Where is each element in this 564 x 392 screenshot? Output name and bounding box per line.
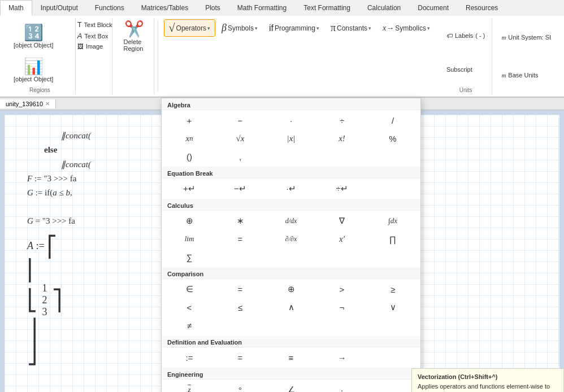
op-integral[interactable]: ∫dx: [367, 212, 418, 230]
op-div-break[interactable]: ÷↵: [316, 180, 367, 198]
op-slash[interactable]: /: [367, 111, 418, 129]
op-gte[interactable]: ≥: [367, 280, 418, 298]
image-icon: 🖼: [77, 43, 84, 50]
op-dot-eng[interactable]: ·: [316, 381, 367, 392]
text-block-button[interactable]: T Text Block: [75, 19, 115, 30]
tab-matrices-tables[interactable]: Matrices/Tables: [133, 0, 197, 16]
symbolics-button[interactable]: x→ Symbolics ▾: [378, 21, 435, 35]
op-product[interactable]: ∏: [367, 230, 418, 248]
op-or[interactable]: ∨: [367, 298, 418, 316]
doc-tab[interactable]: unity_139610 ✕: [0, 99, 56, 108]
symbolics-dropdown-arrow: ▾: [427, 25, 430, 31]
unit-system-dropdown[interactable]: m Unit System: SI: [499, 33, 553, 42]
symbolics-icon: x→: [383, 24, 394, 33]
op-oplus[interactable]: ⊕: [164, 212, 215, 230]
delete-region-label: Delete Region: [124, 38, 145, 52]
op-lte[interactable]: ≤: [215, 298, 266, 316]
op-power[interactable]: xn: [164, 129, 215, 147]
labels-group: 🏷 Labels ( - ) Subscript Units: [440, 18, 492, 94]
op-eval[interactable]: =: [215, 349, 266, 367]
tab-math-formatting[interactable]: Math Formatting: [229, 0, 295, 16]
op-not[interactable]: ¬: [316, 298, 367, 316]
op-neq[interactable]: ≠: [164, 316, 215, 334]
op-eq-calc[interactable]: =: [215, 230, 266, 248]
chart-component-button[interactable]: 📊 [object Object]: [9, 53, 58, 86]
tab-document[interactable]: Document: [409, 0, 457, 16]
op-break-empty: [367, 180, 418, 198]
op-lim[interactable]: lim: [164, 230, 215, 248]
tab-input-output[interactable]: Input/Output: [32, 0, 86, 16]
operators-row: √ Operators ▾ β Symbols ▾ if Programming…: [162, 18, 437, 38]
op-and[interactable]: ∧: [266, 298, 316, 316]
tab-functions[interactable]: Functions: [86, 0, 133, 16]
op-percent[interactable]: %: [367, 129, 418, 147]
op-dot[interactable]: ·: [266, 111, 316, 129]
beta-icon: β: [222, 22, 227, 34]
op-empty-c3: [316, 248, 367, 266]
op-plus-break[interactable]: +↵: [164, 180, 215, 198]
op-partial[interactable]: ∂/∂x: [266, 230, 316, 248]
labels-label: Labels: [455, 32, 473, 39]
subscript-button[interactable]: Subscript: [444, 65, 475, 74]
op-prime[interactable]: x′: [316, 230, 367, 248]
programming-button[interactable]: if Programming ▾: [264, 21, 324, 36]
math-g1: G := if(a ≤ b,: [27, 188, 72, 197]
op-overbar[interactable]: z: [164, 381, 215, 392]
operators-dropdown-arrow: ▾: [207, 25, 210, 31]
chart-icon: 📊: [24, 57, 44, 76]
tooltip-description: Applies operators and functions element-…: [418, 382, 558, 392]
op-eq-comp[interactable]: =: [215, 280, 266, 298]
op-minus[interactable]: −: [215, 111, 266, 129]
op-comma[interactable]: ,: [215, 147, 266, 165]
delete-region-button[interactable]: ✂️ Delete Region: [119, 19, 149, 52]
math-matrix: A := ⎡⎢⎣ 1 2 3 ⎤⎥⎦: [27, 240, 62, 358]
op-empty-def: [367, 349, 418, 367]
op-derivative[interactable]: d/dx: [266, 212, 316, 230]
tab-resources[interactable]: Resources: [457, 0, 506, 16]
tab-text-formatting[interactable]: Text Formatting: [295, 0, 359, 16]
op-in[interactable]: ∈: [164, 280, 215, 298]
definition-grid: := = ≡ →: [162, 347, 420, 368]
operators-button[interactable]: √ Operators ▾: [164, 19, 215, 37]
delete-icon: ✂️: [124, 20, 144, 38]
constants-dropdown-arrow: ▾: [368, 25, 371, 31]
unit-system-icon: m: [501, 34, 506, 41]
constants-button[interactable]: π Constants ▾: [326, 20, 376, 36]
op-angle[interactable]: ∠: [266, 381, 316, 392]
labels-dropdown[interactable]: 🏷 Labels ( - ): [444, 31, 488, 40]
doc-tab-close[interactable]: ✕: [45, 101, 50, 107]
image-button[interactable]: 🖼 Image: [75, 42, 115, 51]
op-lt[interactable]: <: [164, 298, 215, 316]
tab-calculation[interactable]: Calculation: [359, 0, 409, 16]
op-define[interactable]: :=: [164, 349, 215, 367]
solve-block-button[interactable]: 🔢 [object Object]: [9, 19, 58, 52]
text-image-btns: T Text Block A Text Box 🖼 Image: [75, 19, 115, 51]
op-empty-eng: [367, 381, 418, 392]
op-oplus-comp[interactable]: ⊕: [266, 280, 316, 298]
op-gt[interactable]: >: [316, 280, 367, 298]
equation-break-grid: +↵ −↵ ·↵ ÷↵: [162, 178, 420, 199]
op-sum[interactable]: ∑: [164, 248, 215, 266]
op-star[interactable]: ∗: [215, 212, 266, 230]
op-plus[interactable]: +: [164, 111, 215, 129]
op-dot-break[interactable]: ·↵: [266, 180, 316, 198]
text-box-icon: A: [77, 32, 83, 40]
solve-chart-btns: 🔢 [object Object] 📊 [object Object]: [9, 19, 71, 86]
op-factorial[interactable]: x!: [316, 129, 367, 147]
op-equiv[interactable]: ≡: [266, 349, 316, 367]
op-parens[interactable]: (): [164, 147, 215, 165]
op-nabla[interactable]: ∇: [316, 212, 367, 230]
section-engineering: Engineering: [162, 368, 420, 380]
op-arrow[interactable]: →: [316, 349, 367, 367]
tab-plots[interactable]: Plots: [197, 0, 229, 16]
symbols-button[interactable]: β Symbols ▾: [216, 20, 263, 36]
op-degree[interactable]: °: [215, 381, 266, 392]
op-sqrt[interactable]: √x: [215, 129, 266, 147]
text-box-button[interactable]: A Text Box: [75, 31, 115, 41]
tab-math[interactable]: Math: [0, 0, 32, 16]
op-div[interactable]: ÷: [316, 111, 367, 129]
sqrt-icon: √: [169, 21, 175, 34]
base-units-button[interactable]: m Base Units: [499, 71, 540, 80]
op-minus-break[interactable]: −↵: [215, 180, 266, 198]
op-abs[interactable]: |x|: [266, 129, 316, 147]
